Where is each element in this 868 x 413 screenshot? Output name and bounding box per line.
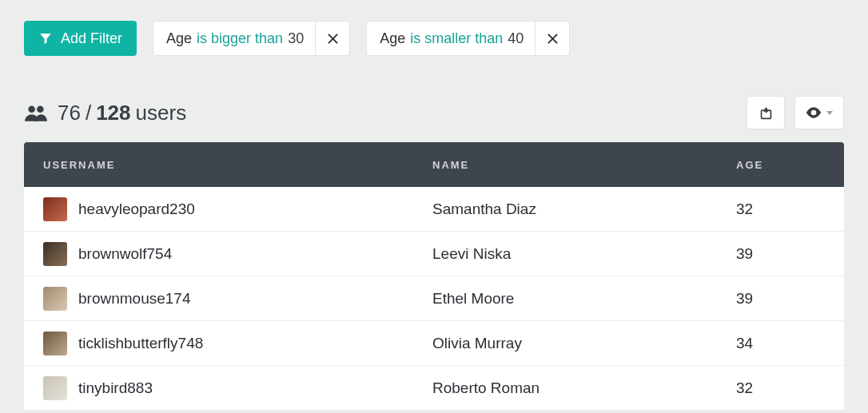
cell-age: 39 — [736, 245, 825, 263]
column-header-age[interactable]: AGE — [736, 159, 825, 171]
filter-field: Age — [380, 30, 405, 47]
avatar — [43, 197, 67, 221]
users-icon — [24, 102, 48, 123]
remove-filter-button[interactable] — [316, 22, 349, 55]
add-filter-label: Add Filter — [61, 30, 122, 47]
visibility-dropdown-button[interactable] — [794, 96, 844, 129]
table-row[interactable]: tinybird883 Roberto Roman 32 — [24, 366, 844, 411]
table-row[interactable]: brownmouse174 Ethel Moore 39 — [24, 276, 844, 321]
cell-age: 32 — [736, 201, 825, 218]
cell-username: tinybird883 — [43, 376, 432, 400]
table-row[interactable]: brownwolf754 Leevi Niska 39 — [24, 232, 844, 276]
cell-age: 32 — [736, 379, 825, 397]
username-text: brownwolf754 — [78, 245, 172, 263]
cell-name: Samantha Diaz — [432, 201, 736, 218]
filter-operator: is bigger than — [197, 30, 283, 47]
unit-label: users — [136, 101, 187, 125]
svg-point-5 — [37, 105, 44, 113]
username-text: heavyleopard230 — [78, 201, 195, 218]
table-row[interactable]: ticklishbutterfly748 Olivia Murray 34 — [24, 321, 844, 366]
avatar — [43, 376, 67, 400]
total-count: 128 — [96, 101, 130, 125]
header-actions — [747, 96, 844, 129]
open-external-icon — [759, 106, 773, 120]
filtered-count: 76 — [58, 101, 81, 125]
results-count: 76/128users — [24, 101, 186, 125]
cell-name: Roberto Roman — [432, 379, 736, 397]
results-header: 76/128users — [24, 96, 844, 129]
username-text: ticklishbutterfly748 — [78, 335, 203, 352]
username-text: tinybird883 — [78, 379, 153, 397]
remove-filter-button[interactable] — [536, 22, 569, 55]
close-icon — [328, 34, 338, 44]
open-external-button[interactable] — [747, 96, 785, 129]
cell-name: Leevi Niska — [432, 245, 736, 263]
filter-value: 30 — [288, 30, 304, 47]
column-header-username[interactable]: USERNAME — [43, 159, 432, 171]
avatar — [43, 242, 67, 266]
cell-username: brownmouse174 — [43, 287, 432, 311]
filter-field: Age — [166, 30, 192, 47]
username-text: brownmouse174 — [78, 290, 190, 308]
count-text: 76/128users — [58, 101, 186, 125]
column-header-name[interactable]: NAME — [432, 159, 736, 171]
filter-chip-1[interactable]: Age is smaller than 40 — [366, 21, 570, 56]
chevron-down-icon — [826, 111, 833, 115]
filter-bar: Add Filter Age is bigger than 30 Age is … — [24, 21, 844, 56]
eye-icon — [806, 106, 822, 119]
table-row[interactable]: heavyleopard230 Samantha Diaz 32 — [24, 187, 844, 232]
cell-username: ticklishbutterfly748 — [43, 332, 432, 355]
avatar — [43, 287, 67, 311]
cell-username: heavyleopard230 — [43, 197, 432, 221]
users-table: USERNAME NAME AGE heavyleopard230 Samant… — [24, 142, 844, 411]
filter-chip-0[interactable]: Age is bigger than 30 — [153, 21, 350, 56]
cell-age: 34 — [736, 335, 825, 352]
close-icon — [547, 34, 558, 44]
cell-age: 39 — [736, 290, 825, 308]
table-header: USERNAME NAME AGE — [24, 142, 844, 187]
add-filter-button[interactable]: Add Filter — [24, 21, 137, 56]
table-body: heavyleopard230 Samantha Diaz 32 brownwo… — [24, 187, 844, 411]
filter-value: 40 — [508, 30, 524, 47]
svg-point-4 — [28, 105, 35, 113]
filter-operator: is smaller than — [410, 30, 503, 47]
cell-name: Olivia Murray — [432, 335, 736, 352]
cell-username: brownwolf754 — [43, 242, 432, 266]
cell-name: Ethel Moore — [432, 290, 736, 308]
avatar — [43, 332, 67, 355]
filter-icon — [38, 31, 53, 46]
